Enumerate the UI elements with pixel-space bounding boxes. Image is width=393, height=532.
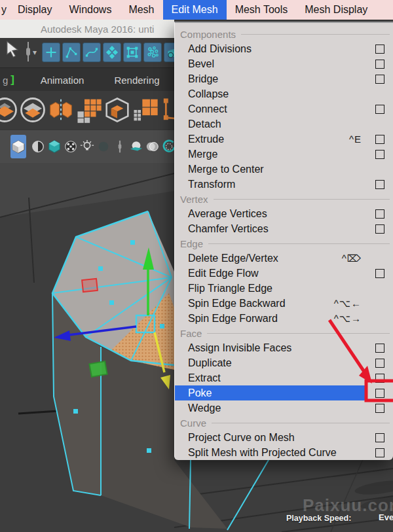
- half-sphere-icon[interactable]: [31, 138, 45, 155]
- menu-section-label: Vertex: [180, 194, 208, 205]
- status-line: ▾: [0, 38, 174, 67]
- option-box-bridge[interactable]: [375, 75, 384, 84]
- option-box-cell: [367, 445, 393, 460]
- option-box-bevel[interactable]: [375, 60, 384, 69]
- menu-item-label: Delete Edge/Vertex: [188, 253, 278, 264]
- menubar-item-mesh-display[interactable]: Mesh Display: [296, 0, 376, 20]
- textured-cube-icon[interactable]: [47, 138, 62, 155]
- quad-diamond-icon[interactable]: [103, 43, 121, 62]
- menu-item-label: Edit Edge Flow: [188, 268, 259, 279]
- menu-item-collapse[interactable]: Collapse: [175, 86, 393, 101]
- menubar-item-mesh-tools[interactable]: Mesh Tools: [227, 0, 297, 20]
- menubar-item-windows[interactable]: Windows: [60, 0, 120, 20]
- chevron-down-icon[interactable]: ▾: [33, 48, 37, 57]
- option-box-add-divisions[interactable]: [375, 44, 384, 54]
- menu-item-merge-to-center[interactable]: Merge to Center: [175, 162, 393, 177]
- menubar-item-mesh[interactable]: Mesh: [120, 0, 162, 20]
- option-box-merge[interactable]: [375, 150, 384, 159]
- menu-item-extrude[interactable]: Extrude^E: [175, 132, 393, 147]
- menu-item-assign-invisible-faces[interactable]: Assign Invisible Faces: [175, 340, 393, 355]
- subdivide-grid-icon[interactable]: [75, 96, 103, 124]
- option-box-cell: [367, 86, 393, 101]
- edge-tool-icon[interactable]: [160, 96, 174, 124]
- mirror-cubes-icon[interactable]: [47, 96, 75, 124]
- curve-points-icon[interactable]: [83, 43, 101, 62]
- tab-rendering[interactable]: Rendering: [106, 75, 168, 86]
- option-box-transform[interactable]: [375, 180, 384, 189]
- menu-item-label: Flip Triangle Edge: [188, 283, 272, 294]
- menubar-item-edit-mesh[interactable]: Edit Mesh: [163, 0, 227, 20]
- menu-item-label: Merge to Center: [188, 164, 264, 175]
- option-box-cell: [367, 355, 393, 370]
- menu-item-flip-triangle-edge[interactable]: Flip Triangle Edge: [175, 281, 393, 296]
- option-box-cell: [367, 340, 393, 355]
- menu-item-label: Spin Edge Forward: [188, 313, 278, 325]
- sphere-poly-alt-icon[interactable]: [19, 96, 47, 124]
- menubar: yDisplayWindowsMeshEdit MeshMesh ToolsMe…: [0, 0, 393, 20]
- menu-item-edit-edge-flow[interactable]: Edit Edge Flow: [175, 266, 393, 281]
- clipped-right-label: Ever: [379, 512, 393, 522]
- option-box-cell: [367, 430, 393, 445]
- plane-sphere-icon[interactable]: [129, 138, 143, 155]
- pin-separator-icon[interactable]: [113, 138, 127, 155]
- menu-item-extract[interactable]: Extract: [175, 370, 393, 385]
- option-box-duplicate[interactable]: [375, 359, 384, 368]
- light-bulb-icon[interactable]: [80, 138, 94, 155]
- selection-cursor-icon[interactable]: [3, 40, 22, 60]
- cube-wire-icon[interactable]: [103, 96, 131, 124]
- menu-item-chamfer-vertices[interactable]: Chamfer Vertices: [175, 221, 393, 236]
- menubar-item-display[interactable]: Display: [9, 0, 60, 20]
- menubar-item-y[interactable]: y: [0, 0, 9, 20]
- checker-sphere-icon[interactable]: [64, 138, 78, 155]
- option-box-cell: [367, 71, 393, 86]
- red-face-marker: [82, 279, 98, 292]
- option-box-connect[interactable]: [375, 105, 384, 114]
- option-box-edit-edge-flow[interactable]: [375, 269, 384, 278]
- menu-item-split-mesh-with-projected-curve[interactable]: Split Mesh with Projected Curve: [175, 445, 393, 460]
- menu-item-delete-edge-vertex[interactable]: Delete Edge/Vertex^⌦: [175, 251, 393, 266]
- tab-animation[interactable]: Animation: [21, 75, 103, 86]
- menu-item-poke[interactable]: Poke: [175, 385, 393, 400]
- menu-item-merge[interactable]: Merge: [175, 147, 393, 162]
- menu-item-transform[interactable]: Transform: [175, 177, 393, 192]
- option-box-extrude[interactable]: [375, 135, 384, 144]
- option-box-split-mesh-with-projected-curve[interactable]: [375, 448, 384, 457]
- menu-section-label: Edge: [180, 238, 203, 249]
- menu-item-project-curve-on-mesh[interactable]: Project Curve on Mesh: [175, 430, 393, 445]
- menu-item-wedge[interactable]: Wedge: [175, 400, 393, 416]
- soft-select-pin-icon[interactable]: [26, 42, 30, 62]
- option-box-assign-invisible-faces[interactable]: [375, 344, 384, 353]
- quad-grid-icon[interactable]: [132, 96, 159, 124]
- menu-item-duplicate[interactable]: Duplicate: [175, 355, 393, 370]
- scatter-points-icon[interactable]: [143, 43, 162, 62]
- menu-item-average-vertices[interactable]: Average Vertices: [175, 206, 393, 221]
- menu-item-detach[interactable]: Detach: [175, 116, 393, 132]
- option-box-cell: [367, 385, 393, 400]
- menu-item-bevel[interactable]: Bevel: [175, 56, 393, 71]
- sphere-poly-icon[interactable]: [0, 96, 18, 124]
- square-handles-icon[interactable]: [123, 43, 141, 62]
- menu-item-label: Chamfer Vertices: [188, 223, 269, 235]
- shaded-cube-icon[interactable]: [10, 135, 26, 158]
- menu-item-bridge[interactable]: Bridge: [175, 71, 393, 86]
- menu-item-add-divisions[interactable]: Add Divisions: [175, 41, 393, 56]
- menu-item-spin-edge-forward[interactable]: Spin Edge Forward^⌥→: [175, 311, 393, 326]
- menu-section-header-vertex: Vertex: [175, 192, 393, 206]
- option-box-average-vertices[interactable]: [375, 209, 384, 219]
- option-box-chamfer-vertices[interactable]: [375, 224, 384, 234]
- menu-item-spin-edge-backward[interactable]: Spin Edge Backward^⌥←: [175, 296, 393, 311]
- option-box-project-curve-on-mesh[interactable]: [375, 433, 384, 442]
- menu-section-header-face: Face: [175, 326, 393, 340]
- shadow-circle-icon[interactable]: [96, 138, 111, 155]
- xray-circles-icon[interactable]: [145, 138, 160, 155]
- vertex-angle-icon[interactable]: [62, 43, 81, 62]
- menu-item-label: Detach: [188, 118, 221, 130]
- playback-speed-label: Playback Speed:: [286, 514, 351, 523]
- option-box-cell: [367, 311, 393, 326]
- option-box-extract[interactable]: [375, 374, 384, 383]
- poly-modeling-shelf: [0, 91, 174, 129]
- option-box-wedge[interactable]: [375, 404, 384, 413]
- menu-item-connect[interactable]: Connect: [175, 101, 393, 116]
- option-box-poke[interactable]: [375, 389, 384, 398]
- plus-icon[interactable]: [42, 43, 60, 62]
